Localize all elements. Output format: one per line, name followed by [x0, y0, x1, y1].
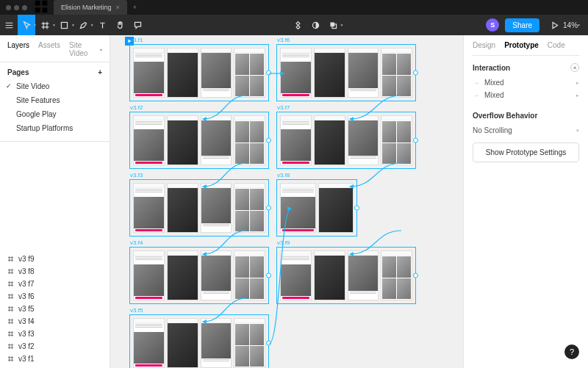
svg-rect-1 — [42, 1, 47, 6]
help-button[interactable]: ? — [564, 344, 579, 359]
mask-icon[interactable] — [307, 15, 325, 35]
pages-label: Pages — [7, 68, 29, 76]
right-panel: Design Prototype Code Interaction + →Mix… — [463, 35, 588, 368]
overflow-select[interactable]: No Scrolling▾ — [473, 124, 579, 137]
layer-item[interactable]: v3 f4 — [0, 315, 110, 328]
page-item[interactable]: Startup Platforms — [0, 121, 110, 135]
component-icon[interactable] — [290, 15, 307, 35]
titlebar: Elision Marketing × + — [0, 0, 588, 15]
interaction-row[interactable]: →Mixed▸ — [473, 76, 579, 89]
frame[interactable]: v3.f3 — [129, 179, 269, 237]
home-icon[interactable] — [33, 0, 49, 16]
tab-design[interactable]: Design — [473, 41, 495, 49]
layer-item[interactable]: v3 f3 — [0, 328, 110, 340]
page-selector[interactable]: Site Video▾ — [69, 41, 102, 57]
overflow-label: Overflow Behavior — [473, 101, 579, 124]
interaction-label: Interaction — [473, 64, 510, 72]
svg-rect-4 — [62, 22, 68, 28]
tab-prototype[interactable]: Prototype — [504, 41, 539, 49]
frame[interactable]: v3.f4 — [129, 247, 269, 304]
max-dot[interactable] — [22, 5, 27, 10]
present-button[interactable] — [545, 15, 563, 35]
min-dot[interactable] — [14, 5, 19, 10]
svg-rect-0 — [35, 1, 40, 6]
canvas[interactable]: v3.f1v3.f6v3.f2v3.f7v3.f3v3.f8v3.f4v3.f9… — [110, 35, 463, 368]
frame[interactable]: v3.f2 — [129, 112, 269, 169]
close-icon[interactable]: × — [116, 4, 120, 11]
page-item[interactable]: Site Features — [0, 93, 110, 107]
interaction-row[interactable]: →Mixed▸ — [473, 89, 579, 101]
frame[interactable]: v3.f9 — [276, 247, 416, 304]
layers-list: v3 f9v3 f8v3 f7v3 f6v3 f5v3 f4v3 f3v3 f2… — [0, 141, 110, 368]
window-controls[interactable] — [0, 5, 33, 10]
menu-button[interactable] — [0, 15, 18, 35]
frame[interactable]: v3.f6 — [276, 44, 416, 101]
file-name: Elision Marketing — [61, 4, 112, 11]
file-tab[interactable]: Elision Marketing × — [54, 0, 127, 15]
share-button[interactable]: Share — [505, 18, 539, 32]
close-dot[interactable] — [6, 5, 11, 10]
toolbar: ▼ ▼ ▼ ▼ ▼ S Share 14%▼ — [0, 15, 588, 35]
layer-item[interactable]: v3 f1 — [0, 353, 110, 365]
svg-rect-2 — [35, 7, 40, 12]
comment-tool[interactable] — [129, 15, 147, 35]
left-panel: Layers Assets Site Video▾ Pages + Site V… — [0, 35, 110, 368]
layer-item[interactable]: v3 f2 — [0, 340, 110, 353]
tab-layers[interactable]: Layers — [7, 41, 29, 57]
layer-item[interactable]: v3 f9 — [0, 253, 110, 265]
svg-rect-3 — [42, 7, 47, 12]
show-prototype-settings-button[interactable]: Show Prototype Settings — [473, 142, 579, 162]
zoom-control[interactable]: 14%▼ — [563, 21, 588, 29]
tab-code[interactable]: Code — [548, 41, 565, 49]
layer-item[interactable]: v3 f5 — [0, 303, 110, 315]
frame[interactable]: v3.f5 — [129, 314, 269, 368]
layer-item[interactable]: v3 f7 — [0, 278, 110, 290]
frame[interactable]: v3.f8 — [276, 179, 357, 237]
page-item[interactable]: Site Video — [0, 79, 110, 93]
frame[interactable]: v3.f1 — [129, 44, 269, 101]
hand-tool[interactable] — [112, 15, 129, 35]
new-tab-button[interactable]: + — [127, 4, 143, 11]
layer-item[interactable]: v3 f6 — [0, 290, 110, 303]
page-item[interactable]: Google Play — [0, 107, 110, 121]
text-tool[interactable] — [94, 15, 112, 35]
add-page-button[interactable]: + — [98, 68, 102, 76]
add-interaction-button[interactable]: + — [570, 63, 579, 72]
frame[interactable]: v3.f7 — [276, 112, 416, 169]
user-avatar[interactable]: S — [486, 18, 499, 32]
tab-assets[interactable]: Assets — [38, 41, 60, 57]
layer-item[interactable]: v3 f8 — [0, 265, 110, 278]
pages-list: Site VideoSite FeaturesGoogle PlayStartu… — [0, 79, 110, 141]
